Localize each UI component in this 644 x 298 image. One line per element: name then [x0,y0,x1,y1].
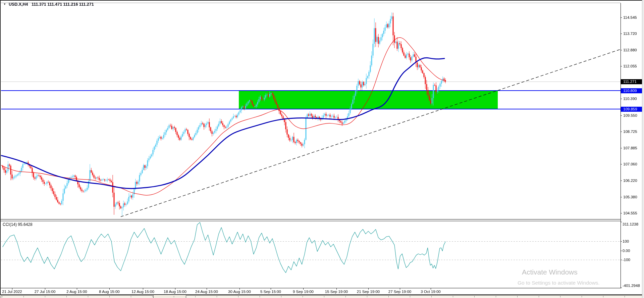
price-tick-label: 109.550 [623,113,637,118]
price-tick-label: 105.380 [623,195,637,199]
current-price-badge: 111.271 [621,79,642,84]
price-tick-mark [621,213,622,213]
mt4-chart-window: ▼USD.X,H4 111.371 111.471 111.216 111.27… [0,0,644,298]
cci-tick-mark [621,260,622,260]
scrollbar-tick [603,296,603,297]
cci-tick-mark [621,251,622,251]
chart-canvas[interactable] [0,0,644,298]
price-tick-label: 104.555 [623,211,637,215]
scrollbar-tick [345,296,346,297]
panel-separator[interactable] [1,219,621,221]
scrollbar-tick [2,296,2,297]
cci-tick-label: 100 [623,239,629,244]
price-tick-mark [621,66,622,66]
scrollbar-tick [260,296,260,297]
scrollbar-tick [23,296,24,297]
price-tick-mark [621,17,622,18]
price-tick-label: 107.060 [623,162,637,166]
price-tick-label: 108.725 [623,130,637,134]
price-tick-label: 112.880 [623,48,637,52]
cci-panel-bottom-border [1,288,621,288]
plot-right-border [621,3,621,288]
cci-tick-label: -401.2948 [623,284,640,288]
window-left-border [0,0,1,298]
scrollbar-segment[interactable] [186,295,643,298]
price-tick-mark [621,148,622,148]
price-tick-mark [621,99,622,99]
time-tick-label: 27 Sep 19:00 [388,290,411,294]
cci-indicator-label: CCI(14) 95.6428 [3,222,33,227]
activate-windows-watermark: Activate Windows [522,268,578,276]
price-tick-label: 114.545 [623,15,637,20]
time-tick-label: 21 Jul 2022 [2,290,22,294]
time-tick-label: 8 Aug 15:00 [99,290,119,294]
time-tick-label: 30 Aug 15:00 [228,290,251,294]
time-tick-label: 24 Aug 15:00 [195,290,218,294]
price-tick-mark [621,197,622,197]
scrollbar-tick [496,296,496,297]
scrollbar-tick [195,296,196,297]
price-tick-mark [621,132,622,132]
scrollbar-tick [474,296,475,297]
cci-tick-label: -100 [623,258,630,262]
price-tick-label: 110.390 [623,97,637,101]
scrollbar-tick [88,296,88,297]
time-tick-label: 27 Jul 15:00 [35,290,56,294]
time-tick-label: 15 Sep 19:00 [325,290,348,294]
scrollbar-tick [109,296,110,297]
scrollbar-tick [324,296,324,297]
cci-tick-mark [621,288,622,288]
scrollbar-tick [303,296,303,297]
time-tick-label: 5 Sep 15:00 [260,290,281,294]
price-tick-label: 107.885 [623,146,637,150]
scrollbar-tick [560,296,560,297]
scrollbar-tick [66,296,67,297]
cci-tick-label: 0.00 [623,249,630,253]
price-tick-label: 112.055 [623,64,637,68]
activate-windows-subtext: Go to Settings to activate Windows. [518,280,600,286]
price-tick-mark [621,164,622,164]
scrollbar-tick [131,296,131,297]
window-top-border [0,0,644,1]
horizontal-scrollbar[interactable] [0,295,644,298]
cci-tick-label: 311.1238 [623,222,638,227]
price-tick-mark [621,115,622,116]
cci-tick-mark [621,241,622,242]
scrollbar-tick [431,296,432,297]
time-tick-label: 12 Aug 15:00 [131,290,154,294]
time-tick-label: 18 Aug 15:00 [164,290,186,294]
scrollbar-tick [45,296,45,297]
scrollbar-tick [152,296,153,297]
symbol-ohlc-readout[interactable]: ▼USD.X,H4 111.371 111.471 111.216 111.27… [3,2,94,7]
symbol-ohlc-text: USD.X,H4 111.371 111.471 111.216 111.271 [9,2,94,7]
scrollbar-tick [388,296,389,297]
price-tick-label: 106.220 [623,179,637,183]
scrollbar-tick [410,296,410,297]
window-right-border [642,0,644,298]
scrollbar-tick [367,296,367,297]
time-tick-label: 2 Aug 15:00 [66,290,87,294]
time-tick-label: 21 Sep 19:00 [357,290,380,294]
chevron-down-icon[interactable]: ▼ [3,3,6,6]
price-tick-mark [621,181,622,181]
scrollbar-tick [217,296,217,297]
price-tick-mark [621,50,622,50]
scrollbar-tick [453,296,453,297]
price-tick-label: 113.720 [623,32,637,36]
level-price-badge: 110.809 [621,88,642,93]
scrollbar-tick [174,296,174,297]
level-price-badge: 109.859 [621,107,642,112]
scrollbar-tick [238,296,238,297]
price-tick-mark [621,34,622,34]
time-tick-label: 9 Sep 19:00 [293,290,314,294]
scrollbar-tick [281,296,281,297]
scrollbar-tick [539,296,539,297]
scrollbar-tick [625,296,625,297]
scrollbar-tick [517,296,518,297]
cci-tick-mark [621,222,622,222]
scrollbar-tick [582,296,582,297]
time-tick-label: 3 Oct 19:00 [421,290,440,294]
